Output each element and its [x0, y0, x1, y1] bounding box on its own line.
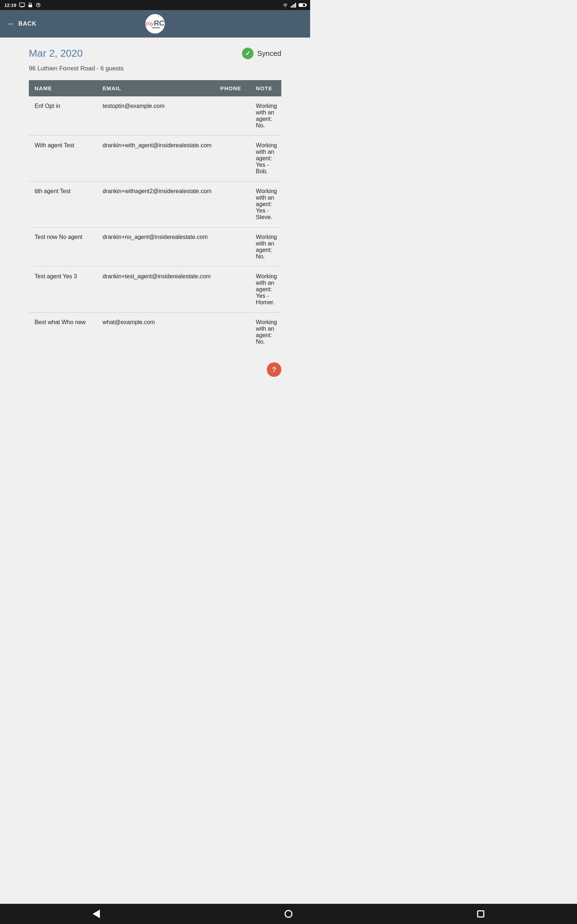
table-row: Best what Who new what@example.com Worki…: [29, 313, 281, 352]
back-label: BACK: [18, 21, 36, 27]
app-header: ← BACK my RC: [0, 10, 310, 37]
guest-note: Working with an agent: Yes - Homer.: [252, 267, 281, 313]
svg-rect-7: [295, 3, 296, 8]
guest-name: Test now No agent: [29, 228, 98, 267]
guest-note: Working with an agent: No.: [252, 228, 281, 267]
svg-rect-5: [292, 5, 293, 8]
svg-rect-2: [29, 5, 32, 7]
guest-name: tith agent Test: [29, 181, 98, 228]
help-area: ?: [29, 355, 281, 377]
guest-note: Working with an agent: No.: [252, 313, 281, 352]
property-info: 96 Luthien Forrest Road - 6 guests: [29, 65, 281, 72]
lock-icon: [28, 3, 33, 8]
guest-phone: [216, 96, 252, 136]
sync-check-icon: ✓: [242, 48, 253, 59]
guest-phone: [216, 313, 252, 352]
guest-note: Working with an agent: Yes - Steve.: [252, 181, 281, 228]
guest-email: drankin+withagent2@insiderealestate.com: [98, 181, 216, 228]
table-row: Test agent Yes 3 drankin+test_agent@insi…: [29, 267, 281, 313]
guest-name: Enf Opt in: [29, 96, 98, 136]
col-header-phone: PHONE: [216, 80, 252, 96]
guest-email: drankin+test_agent@insiderealestate.com: [98, 267, 216, 313]
signal-icon: [291, 3, 297, 8]
screen-icon: [19, 3, 25, 8]
guest-tbody: Enf Opt in testoptin@example.com Working…: [29, 96, 281, 352]
app-logo: my RC: [145, 14, 165, 34]
status-time: 12:19: [4, 3, 41, 8]
table-row: Enf Opt in testoptin@example.com Working…: [29, 96, 281, 136]
main-content: Mar 2, 2020 ✓ Synced 96 Luthien Forrest …: [0, 37, 310, 391]
content-header: Mar 2, 2020 ✓ Synced: [29, 48, 281, 59]
status-icons: [282, 3, 306, 8]
refresh-icon: [36, 3, 41, 8]
svg-rect-1: [21, 6, 23, 7]
time-display: 12:19: [4, 3, 16, 8]
guest-table: NAME EMAIL PHONE NOTE Enf Opt in testopt…: [29, 80, 281, 352]
guest-note: Working with an agent: Yes - Bob.: [252, 136, 281, 181]
guest-email: drankin+no_agent@insiderealestate.com: [98, 228, 216, 267]
back-arrow-icon: ←: [7, 20, 16, 28]
guest-note: Working with an agent: No.: [252, 96, 281, 136]
guest-phone: [216, 136, 252, 181]
svg-rect-6: [293, 4, 295, 8]
guest-phone: [216, 181, 252, 228]
logo-rc-text: RC: [154, 19, 164, 27]
logo-circle: my RC: [145, 14, 165, 34]
logo-my-text: my: [146, 21, 154, 27]
page-date: Mar 2, 2020: [29, 48, 82, 59]
col-header-email: EMAIL: [98, 80, 216, 96]
table-row: Test now No agent drankin+no_agent@insid…: [29, 228, 281, 267]
battery-icon: [298, 3, 306, 7]
svg-rect-0: [19, 3, 24, 6]
help-icon: ?: [272, 366, 276, 374]
svg-rect-4: [291, 6, 292, 8]
logo-underline: [152, 27, 160, 28]
table-row: With agent Test drankin+with_agent@insid…: [29, 136, 281, 181]
guest-name: With agent Test: [29, 136, 98, 181]
guest-phone: [216, 267, 252, 313]
guest-email: testoptin@example.com: [98, 96, 216, 136]
status-bar: 12:19: [0, 0, 310, 10]
guest-email: drankin+with_agent@insiderealestate.com: [98, 136, 216, 181]
col-header-note: NOTE: [252, 80, 281, 96]
sync-status: ✓ Synced: [242, 48, 281, 59]
back-button[interactable]: ← BACK: [7, 20, 36, 28]
sync-label: Synced: [257, 50, 281, 58]
help-button[interactable]: ?: [267, 362, 281, 377]
table-row: tith agent Test drankin+withagent2@insid…: [29, 181, 281, 228]
table-header: NAME EMAIL PHONE NOTE: [29, 80, 281, 96]
guest-email: what@example.com: [98, 313, 216, 352]
col-header-name: NAME: [29, 80, 98, 96]
wifi-icon: [282, 3, 288, 8]
guest-phone: [216, 228, 252, 267]
guest-name: Best what Who new: [29, 313, 98, 352]
guest-name: Test agent Yes 3: [29, 267, 98, 313]
